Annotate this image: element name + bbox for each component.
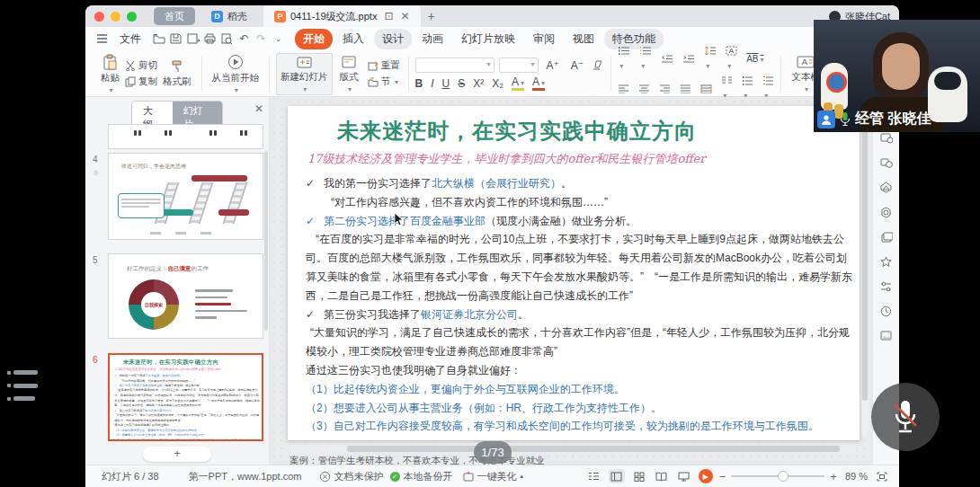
- animation-pane-icon[interactable]: [880, 133, 893, 146]
- reset-button[interactable]: 重置: [366, 58, 402, 73]
- underline-button[interactable]: U: [442, 77, 450, 90]
- history-icon[interactable]: [880, 305, 892, 320]
- highlight-color-button[interactable]: A: [512, 77, 524, 91]
- panel-scrollbar[interactable]: [264, 151, 268, 331]
- slide-title[interactable]: 未来迷茫时，在实习实践中确立方向: [337, 117, 697, 146]
- subscript-button[interactable]: X₂: [492, 77, 503, 90]
- add-slide-button[interactable]: +: [143, 447, 211, 462]
- font-family-select[interactable]: [415, 58, 494, 73]
- share-screen-icon[interactable]: ⊡: [384, 10, 393, 22]
- cut-button[interactable]: 剪切: [123, 58, 159, 73]
- menu-insert[interactable]: 插入: [334, 29, 372, 49]
- increase-indent-icon[interactable]: [682, 54, 695, 64]
- play-from-current-button[interactable]: 从当前开始: [209, 53, 263, 95]
- bullet-list-icon[interactable]: [618, 46, 630, 72]
- slideshow-play-button[interactable]: ▶: [699, 469, 713, 483]
- beautify-button[interactable]: 一键美化▴: [463, 470, 524, 483]
- close-window-button[interactable]: [94, 12, 104, 22]
- menu-start[interactable]: 开始: [295, 29, 333, 49]
- menu-design[interactable]: 设计: [374, 29, 412, 49]
- hamburger-menu-icon[interactable]: [94, 31, 110, 46]
- strikethrough-button[interactable]: S: [458, 77, 465, 90]
- font-size-select[interactable]: [499, 58, 539, 73]
- horizontal-scrollbar[interactable]: [290, 446, 856, 452]
- adjust-sliders-icon[interactable]: [880, 281, 892, 295]
- panel-close-icon[interactable]: ✕: [254, 102, 263, 115]
- paste-button[interactable]: 粘贴: [97, 53, 123, 95]
- backup-status[interactable]: ✓ 本地备份开: [390, 470, 453, 483]
- menu-slideshow[interactable]: 幻灯片放映: [453, 29, 523, 49]
- print-icon[interactable]: [202, 31, 218, 46]
- slide-body-text[interactable]: ✓我的第一份实习选择了北大纵横（会展行业研究）。 “对工作内容感兴趣，但不喜欢内…: [114, 373, 261, 439]
- decrease-indent-icon[interactable]: [661, 54, 673, 64]
- numbered-list-icon[interactable]: [639, 46, 652, 72]
- vertical-scrollbar[interactable]: [862, 104, 868, 435]
- close-tab-icon[interactable]: ✕: [400, 10, 409, 22]
- tab-home[interactable]: 首页: [154, 7, 195, 25]
- 3d-object-icon[interactable]: [880, 182, 892, 196]
- reading-view-icon[interactable]: [654, 469, 670, 483]
- menu-file[interactable]: 文件: [111, 29, 149, 49]
- zoom-slider[interactable]: [731, 475, 824, 477]
- slide-sorter-icon[interactable]: [631, 469, 647, 483]
- section-button[interactable]: 节: [366, 75, 402, 89]
- current-slide[interactable]: 未来迷茫时，在实习实践中确立方向 17级技术经济及管理专业学生，毕业时拿到四大的…: [288, 106, 860, 440]
- copy-button[interactable]: 复制: [123, 75, 159, 89]
- more-commands-icon[interactable]: ⌄: [271, 31, 286, 46]
- slide-title[interactable]: 未来迷茫时，在实习实践中确立方向: [123, 358, 218, 366]
- clear-format-icon[interactable]: [592, 58, 604, 74]
- redo-icon[interactable]: ↷: [254, 31, 269, 46]
- slide-subtitle[interactable]: 17级技术经济及管理专业学生，毕业时拿到四大的offer和民生银行管培offer: [307, 151, 705, 167]
- zoom-window-button[interactable]: [127, 12, 137, 22]
- italic-button[interactable]: I: [431, 77, 433, 90]
- align-center-icon[interactable]: [638, 84, 650, 93]
- character-spacing-button[interactable]: AB: [746, 54, 763, 64]
- thumbnail-slide-5[interactable]: 好工作的定义：自己满意的工作 自我探索: [108, 253, 263, 339]
- text-direction-icon[interactable]: [726, 46, 737, 72]
- slide-subtitle[interactable]: 17级技术经济及管理专业学生，毕业时拿到四大的offer和民生银行管培offer: [115, 367, 221, 371]
- zoom-slider-knob[interactable]: [778, 471, 788, 482]
- present-to-screen-icon[interactable]: [676, 469, 692, 483]
- shrink-font-button[interactable]: A⁻: [567, 59, 587, 72]
- tab-document[interactable]: P 0411-19级交流.pptx ⊡ ✕: [263, 5, 421, 27]
- thumbnail-slide-3-partial[interactable]: [108, 124, 263, 149]
- minimize-window-button[interactable]: [111, 12, 120, 22]
- zoom-in-button[interactable]: +: [830, 470, 837, 483]
- justify-icon[interactable]: [680, 84, 691, 93]
- print-preview-icon[interactable]: [219, 31, 235, 46]
- tab-docer[interactable]: D 稻壳: [200, 7, 258, 25]
- effects-star-icon[interactable]: [880, 256, 892, 270]
- menu-animation[interactable]: 动画: [414, 29, 451, 49]
- normal-view-icon[interactable]: [609, 469, 625, 483]
- font-color-button[interactable]: A: [532, 77, 545, 91]
- undo-icon[interactable]: ↶: [236, 31, 252, 46]
- open-file-icon[interactable]: [151, 31, 166, 46]
- line-spacing-icon[interactable]: [704, 46, 717, 72]
- slide-body-text[interactable]: ✓我的第一份实习选择了北大纵横（会展行业研究）。 “对工作内容感兴趣，但不喜欢内…: [306, 174, 856, 436]
- format-painter-button[interactable]: 格式刷: [159, 58, 195, 89]
- bold-button[interactable]: B: [415, 77, 423, 90]
- export-pdf-icon[interactable]: [185, 31, 200, 46]
- menu-view[interactable]: 视图: [565, 29, 602, 49]
- align-left-icon[interactable]: [618, 84, 629, 93]
- floating-list-tool-icon[interactable]: [5, 367, 40, 404]
- mute-microphone-button[interactable]: [871, 383, 940, 451]
- shapes-pane-icon[interactable]: [880, 157, 893, 171]
- align-right-icon[interactable]: [659, 84, 671, 93]
- zoom-out-button[interactable]: −: [719, 470, 726, 483]
- grow-font-button[interactable]: A⁺: [543, 59, 563, 72]
- layout-button[interactable]: 版式: [336, 54, 362, 94]
- smart-tools-icon[interactable]: [880, 207, 892, 221]
- protection-status[interactable]: 文档未保护: [319, 470, 384, 483]
- thumbnail-slide-4[interactable]: 殊途可同归，学会逆向思维: [108, 153, 263, 240]
- new-tab-button[interactable]: +: [428, 9, 435, 23]
- fit-slide-icon[interactable]: [874, 469, 890, 483]
- thumbnail-slide-6-selected[interactable]: 未来迷茫时，在实习实践中确立方向 17级技术经济及管理专业学生，毕业时拿到四大的…: [108, 353, 263, 441]
- outline-view-icon[interactable]: [586, 469, 602, 483]
- save-icon[interactable]: [168, 31, 183, 46]
- new-slide-button[interactable]: 新建幻灯片: [276, 53, 333, 95]
- menu-review[interactable]: 审阅: [525, 29, 563, 49]
- image-pane-icon[interactable]: [880, 331, 893, 344]
- photo-album-icon[interactable]: [880, 232, 893, 245]
- superscript-button[interactable]: X²: [473, 77, 484, 90]
